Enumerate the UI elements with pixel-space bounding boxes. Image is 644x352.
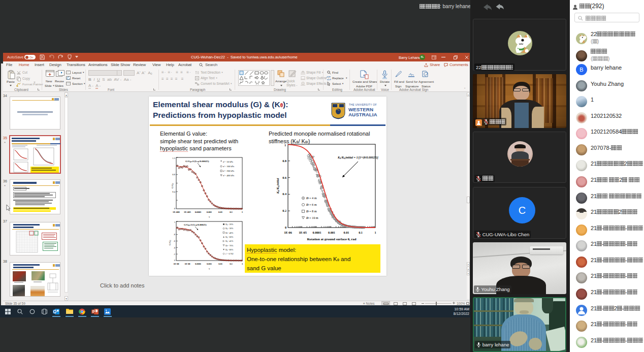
- svg-text:0: 0: [174, 259, 176, 262]
- svg-text:D = 4 m: D = 4 m: [306, 196, 317, 200]
- svg-text:Dr= 70%: Dr= 70%: [226, 244, 234, 247]
- svg-text:0.4: 0.4: [172, 190, 175, 193]
- svg-text:1E-08: 1E-08: [174, 263, 180, 265]
- svg-text:1E-006: 1E-006: [173, 211, 180, 213]
- svg-text:Rotation at ground surface θ,: Rotation at ground surface θ, rad: [307, 237, 356, 241]
- svg-text:D = 8 m: D = 8 m: [306, 209, 317, 213]
- svg-text:Dr= 20%: Dr= 20%: [226, 223, 234, 226]
- svg-text:γ: γ: [209, 215, 210, 218]
- svg-text:0.001: 0.001: [207, 211, 212, 213]
- svg-text:0.4: 0.4: [282, 192, 286, 196]
- svg-text:1E-08: 1E-08: [185, 263, 191, 265]
- svg-text:0: 0: [285, 226, 286, 229]
- svg-text:0.1: 0.1: [359, 231, 363, 234]
- svg-text:0.6: 0.6: [282, 176, 286, 179]
- svg-text:0.0001: 0.0001: [195, 211, 202, 213]
- svg-text:1: 1: [242, 211, 243, 213]
- svg-text:D = 6 m: D = 6 m: [306, 203, 317, 206]
- svg-text:Dr= 40%: Dr= 40%: [226, 232, 234, 235]
- svg-text:G/G0: G/G0: [171, 183, 174, 189]
- svg-text:γ: γ: [209, 267, 210, 270]
- svg-text:0.0001: 0.0001: [195, 263, 201, 265]
- svg-text:1E-05: 1E-05: [299, 231, 306, 234]
- svg-text:1E-06: 1E-06: [284, 231, 292, 234]
- svg-text:0.01: 0.01: [344, 231, 349, 234]
- svg-text:0.2: 0.2: [282, 209, 286, 212]
- svg-text:σ′= 200 kPa: σ′= 200 kPa: [223, 170, 234, 172]
- svg-text:1.2: 1.2: [172, 157, 175, 159]
- svg-text:G/G0: G/G0: [169, 240, 172, 246]
- svg-text:0.1: 0.1: [230, 263, 233, 265]
- svg-text:1E-005: 1E-005: [184, 211, 191, 213]
- svg-text:0: 0: [174, 207, 176, 210]
- svg-text:σ′= 50 kPa: σ′= 50 kPa: [223, 161, 233, 163]
- svg-text:0.0001: 0.0001: [312, 231, 321, 234]
- svg-text:Dr= 45%: Dr= 45%: [226, 240, 234, 243]
- svg-text:D = 10 m: D = 10 m: [306, 216, 318, 219]
- svg-text:e′= 0.762: e′= 0.762: [226, 252, 234, 255]
- svg-text:.6: .6: [174, 240, 176, 242]
- svg-text:0.8: 0.8: [282, 159, 286, 163]
- svg-text:.4: .4: [174, 246, 176, 249]
- svg-text:0.8: 0.8: [172, 173, 175, 176]
- svg-text:σ′= 400 kPa: σ′= 400 kPa: [223, 174, 234, 177]
- svg-text:1: 1: [374, 231, 376, 234]
- svg-text:1: 1: [284, 143, 286, 147]
- svg-text:0.1: 0.1: [230, 211, 233, 213]
- svg-text:σ′= 100 kPa: σ′= 100 kPa: [223, 165, 234, 168]
- svg-text:.2: .2: [174, 253, 175, 255]
- svg-text:1: 1: [242, 263, 243, 265]
- svg-text:Kθ/Kθ,initial: Kθ/Kθ,initial: [276, 178, 280, 194]
- svg-text:Dr= 30%: Dr= 30%: [226, 227, 234, 230]
- svg-text:Dr= 80%: Dr= 80%: [226, 248, 234, 251]
- svg-text:0.001: 0.001: [328, 231, 335, 234]
- svg-text:Dr= 60%: Dr= 60%: [226, 236, 234, 239]
- svg-text:0.01: 0.01: [218, 211, 223, 213]
- svg-text:0.01: 0.01: [218, 263, 222, 265]
- svg-text:.8: .8: [174, 233, 176, 236]
- svg-text:1: 1: [174, 221, 175, 223]
- svg-text:0.001: 0.001: [207, 263, 212, 265]
